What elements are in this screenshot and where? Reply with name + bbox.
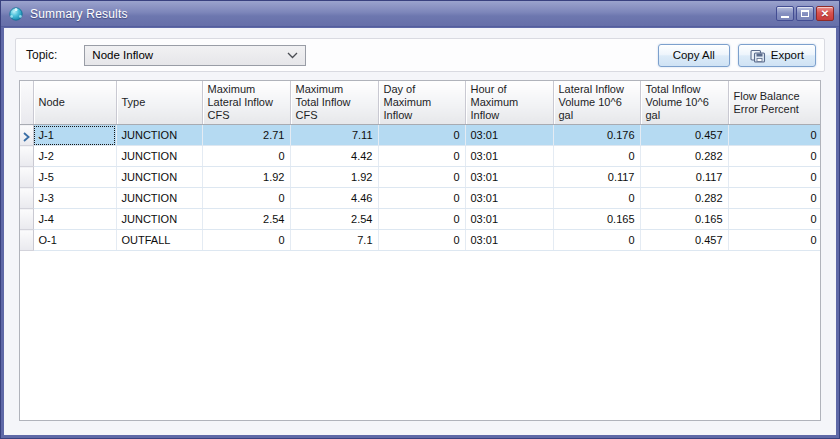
cell-flow-balance-error[interactable]: 0 [728,146,821,167]
cell-lateral-inflow-volume[interactable]: 0.165 [553,209,640,230]
cell-hour-of-max-inflow[interactable]: 03:01 [465,188,553,209]
cell-day-of-max-inflow[interactable]: 0 [378,188,465,209]
column-header-hour-of-max-inflow[interactable]: Hour of Maximum Inflow [465,81,553,125]
app-icon [8,6,24,22]
cell-max-total-inflow-cfs[interactable]: 7.1 [290,230,378,251]
row-indicator[interactable] [20,167,33,188]
cell-total-inflow-volume[interactable]: 0.457 [640,230,728,251]
cell-node[interactable]: J-3 [33,188,116,209]
row-indicator[interactable] [20,209,33,230]
cell-max-lateral-inflow-cfs[interactable]: 2.71 [202,125,290,146]
cell-max-lateral-inflow-cfs[interactable]: 0 [202,146,290,167]
cell-node[interactable]: J-5 [33,167,116,188]
title-bar[interactable]: Summary Results ✕ [1,1,839,27]
column-header-flow-balance-error[interactable]: Flow Balance Error Percent [728,81,821,125]
cell-max-lateral-inflow-cfs[interactable]: 0 [202,230,290,251]
cell-flow-balance-error[interactable]: 0 [728,167,821,188]
row-indicator[interactable] [20,230,33,251]
cell-type[interactable]: JUNCTION [116,209,202,230]
save-icon [750,48,766,63]
copy-all-button[interactable]: Copy All [658,44,730,67]
column-header-lateral-inflow-volume[interactable]: Lateral Inflow Volume 10^6 gal [553,81,640,125]
column-header-day-of-max-inflow[interactable]: Day of Maximum Inflow [378,81,465,125]
column-header-max-total-inflow-cfs[interactable]: Maximum Total Inflow CFS [290,81,378,125]
topic-label: Topic: [26,48,57,62]
table-row[interactable]: J-3JUNCTION04.46003:0100.2820 [20,188,821,209]
maximize-icon [801,10,809,17]
cell-max-total-inflow-cfs[interactable]: 4.46 [290,188,378,209]
cell-hour-of-max-inflow[interactable]: 03:01 [465,230,553,251]
topic-combobox[interactable]: Node Inflow [84,45,306,66]
close-icon: ✕ [821,9,829,19]
cell-type[interactable]: OUTFALL [116,230,202,251]
cell-lateral-inflow-volume[interactable]: 0.176 [553,125,640,146]
cell-hour-of-max-inflow[interactable]: 03:01 [465,167,553,188]
table-row[interactable]: J-5JUNCTION1.921.92003:010.1170.1170 [20,167,821,188]
cell-lateral-inflow-volume[interactable]: 0.117 [553,167,640,188]
toolbar: Topic: Node Inflow Copy All Export [15,38,825,72]
cell-hour-of-max-inflow[interactable]: 03:01 [465,146,553,167]
close-button[interactable]: ✕ [816,6,834,21]
export-label: Export [771,49,804,61]
cell-type[interactable]: JUNCTION [116,167,202,188]
cell-lateral-inflow-volume[interactable]: 0 [553,230,640,251]
maximize-button[interactable] [796,6,814,21]
minimize-button[interactable] [776,6,794,21]
export-button[interactable]: Export [738,44,816,67]
column-header-type[interactable]: Type [116,81,202,125]
cell-total-inflow-volume[interactable]: 0.457 [640,125,728,146]
cell-max-lateral-inflow-cfs[interactable]: 1.92 [202,167,290,188]
column-header-max-lateral-inflow-cfs[interactable]: Maximum Lateral Inflow CFS [202,81,290,125]
cell-node[interactable]: J-1 [33,125,116,146]
cell-type[interactable]: JUNCTION [116,125,202,146]
cell-day-of-max-inflow[interactable]: 0 [378,125,465,146]
cell-flow-balance-error[interactable]: 0 [728,209,821,230]
copy-all-label: Copy All [673,49,715,61]
table-row[interactable]: J-2JUNCTION04.42003:0100.2820 [20,146,821,167]
cell-total-inflow-volume[interactable]: 0.117 [640,167,728,188]
table-row[interactable]: J-4JUNCTION2.542.54003:010.1650.1650 [20,209,821,230]
row-indicator[interactable] [20,125,33,146]
cell-day-of-max-inflow[interactable]: 0 [378,167,465,188]
cell-day-of-max-inflow[interactable]: 0 [378,146,465,167]
cell-flow-balance-error[interactable]: 0 [728,125,821,146]
cell-max-total-inflow-cfs[interactable]: 1.92 [290,167,378,188]
cell-day-of-max-inflow[interactable]: 0 [378,209,465,230]
row-indicator[interactable] [20,146,33,167]
cell-total-inflow-volume[interactable]: 0.282 [640,146,728,167]
cell-max-total-inflow-cfs[interactable]: 4.42 [290,146,378,167]
table-row[interactable]: J-1JUNCTION2.717.11003:010.1760.4570 [20,125,821,146]
cell-max-lateral-inflow-cfs[interactable]: 2.54 [202,209,290,230]
cell-total-inflow-volume[interactable]: 0.282 [640,188,728,209]
cell-lateral-inflow-volume[interactable]: 0 [553,146,640,167]
cell-node[interactable]: J-2 [33,146,116,167]
cell-max-total-inflow-cfs[interactable]: 7.11 [290,125,378,146]
row-indicator-header[interactable] [20,81,33,125]
cell-node[interactable]: O-1 [33,230,116,251]
cell-total-inflow-volume[interactable]: 0.165 [640,209,728,230]
cell-node[interactable]: J-4 [33,209,116,230]
chevron-down-icon [287,52,298,59]
row-indicator[interactable] [20,188,33,209]
results-grid-panel: NodeTypeMaximum Lateral Inflow CFSMaximu… [19,80,821,421]
cell-hour-of-max-inflow[interactable]: 03:01 [465,125,553,146]
topic-selected-value: Node Inflow [92,49,287,61]
summary-results-window: Summary Results ✕ Topic: Node Inflow Cop… [0,0,840,439]
window-title: Summary Results [30,7,776,21]
client-area: Topic: Node Inflow Copy All Export [4,28,836,435]
cell-max-lateral-inflow-cfs[interactable]: 0 [202,188,290,209]
selected-row-arrow-icon [23,132,30,142]
cell-day-of-max-inflow[interactable]: 0 [378,230,465,251]
minimize-icon [781,16,789,18]
table-row[interactable]: O-1OUTFALL07.1003:0100.4570 [20,230,821,251]
cell-hour-of-max-inflow[interactable]: 03:01 [465,209,553,230]
cell-flow-balance-error[interactable]: 0 [728,188,821,209]
results-grid: NodeTypeMaximum Lateral Inflow CFSMaximu… [20,81,821,251]
cell-type[interactable]: JUNCTION [116,188,202,209]
column-header-node[interactable]: Node [33,81,116,125]
cell-type[interactable]: JUNCTION [116,146,202,167]
cell-lateral-inflow-volume[interactable]: 0 [553,188,640,209]
column-header-total-inflow-volume[interactable]: Total Inflow Volume 10^6 gal [640,81,728,125]
cell-flow-balance-error[interactable]: 0 [728,230,821,251]
cell-max-total-inflow-cfs[interactable]: 2.54 [290,209,378,230]
